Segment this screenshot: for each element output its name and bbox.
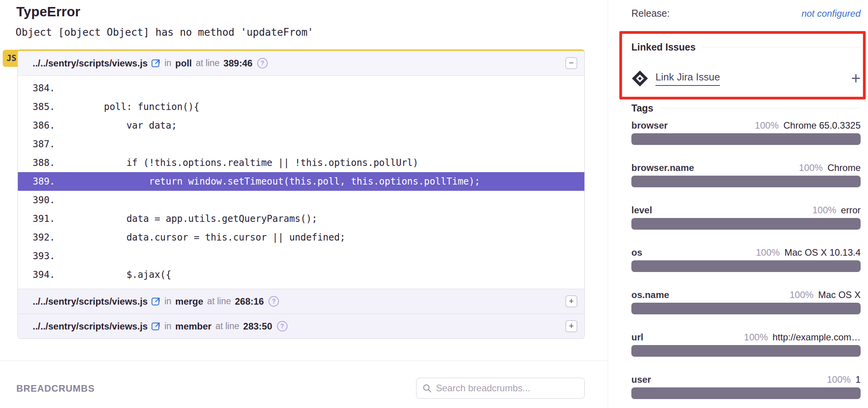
- tag-percent: 100%: [744, 332, 768, 342]
- stack-frame-header-poll[interactable]: ../../sentry/scripts/views.js in poll at…: [18, 51, 584, 76]
- help-icon[interactable]: ?: [268, 296, 279, 307]
- tag-key[interactable]: browser: [631, 120, 668, 131]
- linked-issues-header: Linked Issues: [631, 42, 861, 53]
- tag-distribution-bar[interactable]: [631, 133, 861, 145]
- line-number: 384.: [33, 79, 59, 98]
- frame-file-path[interactable]: ../../sentry/scripts/views.js: [33, 321, 148, 332]
- tag-row-os-name: os.name 100%Mac OS X: [631, 289, 861, 314]
- help-icon[interactable]: ?: [257, 58, 268, 68]
- code-line-387: 387.: [18, 135, 584, 153]
- expand-frame-button[interactable]: +: [565, 320, 577, 332]
- tag-key[interactable]: level: [631, 205, 652, 216]
- breadcrumbs-section-title: BREADCRUMBS: [16, 383, 95, 394]
- external-link-icon[interactable]: [151, 58, 160, 68]
- release-label: Release:: [631, 8, 670, 19]
- line-number: 387.: [33, 135, 59, 153]
- tag-key[interactable]: os: [631, 247, 642, 258]
- frame-function-name: merge: [175, 296, 203, 307]
- line-code: $.ajax({: [59, 265, 171, 284]
- code-line-393: 393.: [18, 247, 584, 265]
- code-line-389-highlighted: 389. return window.setTimeout(this.poll,…: [18, 172, 584, 191]
- line-number: 388.: [33, 153, 59, 172]
- issue-detail-panel: TypeError Object [object Object] has no …: [0, 0, 608, 408]
- tags-header: Tags: [631, 103, 861, 114]
- line-code: data.cursor = this.cursor || undefined;: [59, 228, 345, 247]
- tag-value[interactable]: error: [841, 205, 861, 215]
- expand-frame-button[interactable]: +: [565, 295, 577, 307]
- tag-percent: 100%: [790, 289, 813, 300]
- tag-distribution-bar[interactable]: [631, 303, 861, 314]
- tag-distribution-bar[interactable]: [631, 218, 861, 230]
- link-jira-issue-link[interactable]: Link Jira Issue: [655, 71, 720, 86]
- line-number: 392.: [33, 228, 59, 247]
- tag-key[interactable]: user: [631, 374, 651, 385]
- line-number: 385.: [33, 98, 59, 116]
- tag-key[interactable]: url: [631, 332, 643, 343]
- frame-file-path[interactable]: ../../sentry/scripts/views.js: [33, 296, 148, 307]
- help-icon[interactable]: ?: [277, 321, 288, 331]
- issue-sidebar: Release: not configured Linked Issues Li…: [608, 0, 868, 408]
- line-number: 391.: [33, 209, 59, 228]
- frame-function-name: member: [175, 321, 211, 332]
- tag-key[interactable]: browser.name: [631, 162, 694, 173]
- stack-frame-header-member[interactable]: ../../sentry/scripts/views.js in member …: [18, 314, 584, 338]
- tag-row-os: os 100%Mac OS X 10.13.4: [631, 247, 861, 272]
- tag-row-browser: browser 100%Chrome 65.0.3325: [631, 120, 861, 145]
- error-message: Object [object Object] has no method 'up…: [16, 26, 314, 38]
- tag-value[interactable]: Mac OS X: [818, 289, 861, 300]
- tag-percent: 100%: [756, 247, 780, 258]
- tag-distribution-bar[interactable]: [631, 387, 861, 399]
- tag-key[interactable]: os.name: [631, 289, 669, 300]
- tag-distribution-bar[interactable]: [631, 260, 861, 272]
- code-line-391: 391. data = app.utils.getQueryParams();: [18, 209, 584, 228]
- tag-value[interactable]: Chrome 65.0.3325: [783, 120, 861, 131]
- add-linked-issue-button[interactable]: +: [851, 71, 861, 85]
- tag-percent: 100%: [827, 374, 851, 385]
- tag-percent: 100%: [755, 120, 779, 131]
- tag-percent: 100%: [812, 205, 836, 215]
- code-line-385: 385. poll: function(){: [18, 98, 584, 116]
- line-code: poll: function(){: [59, 98, 199, 116]
- frame-atline-label: at line: [215, 321, 239, 331]
- section-divider: [0, 361, 608, 361]
- breadcrumbs-search-box[interactable]: [416, 378, 585, 399]
- tag-distribution-bar[interactable]: [631, 176, 861, 187]
- header-rule: [660, 108, 861, 108]
- tag-percent: 100%: [799, 162, 823, 173]
- release-row: Release: not configured: [631, 8, 861, 19]
- frame-function-name: poll: [175, 58, 192, 69]
- frame-in-label: in: [164, 58, 171, 68]
- frame-atline-label: at line: [207, 296, 231, 307]
- line-code: data = app.utils.getQueryParams();: [59, 209, 317, 228]
- link-jira-issue-row: Link Jira Issue +: [631, 70, 861, 87]
- tags-title: Tags: [631, 103, 654, 114]
- frame-line-number: 389:46: [223, 58, 253, 69]
- external-link-icon[interactable]: [151, 321, 160, 331]
- tag-row-user: user 100%1: [631, 374, 861, 399]
- frame-atline-label: at line: [196, 58, 220, 68]
- stack-frame-header-merge[interactable]: ../../sentry/scripts/views.js in merge a…: [18, 289, 584, 314]
- code-line-394: 394. $.ajax({: [18, 265, 584, 284]
- breadcrumbs-search-input[interactable]: [436, 383, 579, 394]
- code-line-388: 388. if (!this.options.realtime || !this…: [18, 153, 584, 172]
- tag-distribution-bar[interactable]: [631, 345, 861, 357]
- frame-line-number: 283:50: [243, 321, 272, 332]
- line-number: 386.: [33, 116, 59, 135]
- tag-value[interactable]: http://example.com…: [772, 332, 861, 342]
- frame-line-number: 268:16: [235, 296, 264, 307]
- tag-value[interactable]: 1: [856, 374, 861, 385]
- tag-value[interactable]: Mac OS X 10.13.4: [784, 247, 861, 258]
- external-link-icon[interactable]: [151, 296, 160, 306]
- frame-file-path[interactable]: ../../sentry/scripts/views.js: [33, 58, 148, 69]
- line-number: 390.: [33, 191, 59, 209]
- line-code: if (!this.options.realtime || !this.opti…: [59, 153, 418, 172]
- jira-icon: [631, 70, 648, 87]
- tag-value[interactable]: Chrome: [828, 162, 861, 173]
- release-not-configured-link[interactable]: not configured: [802, 8, 861, 19]
- collapse-frame-button[interactable]: −: [565, 57, 577, 69]
- line-number: 393.: [33, 247, 59, 265]
- stack-trace-container: ../../sentry/scripts/views.js in poll at…: [17, 49, 585, 339]
- header-rule: [702, 47, 861, 47]
- line-number: 389.: [33, 172, 59, 191]
- code-line-384: 384.: [18, 79, 584, 98]
